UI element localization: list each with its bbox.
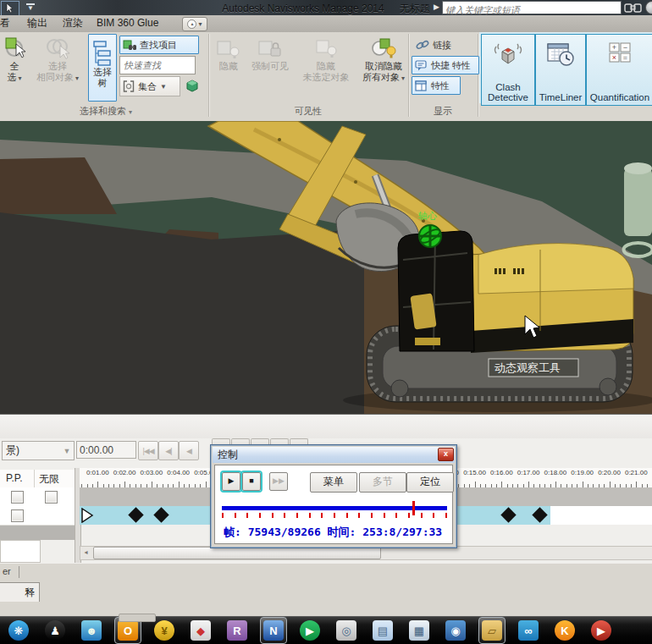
panel-title-partial: er — [3, 566, 11, 576]
tab-render[interactable]: 渲染 — [58, 15, 88, 31]
tab-comments-partial[interactable]: 释 — [0, 582, 40, 602]
explorer-folder-icon-frame[interactable]: ▱ — [478, 617, 506, 644]
dialog-menu-button[interactable]: 菜单 — [310, 472, 357, 493]
find-items-icon — [123, 38, 136, 52]
dialog-stop-button[interactable]: ■ — [242, 472, 261, 491]
taskbar: ❋♟☻O¥◆RN▶◎▤▦◉▱∞K▶ — [0, 616, 652, 644]
dialog-progress-marker[interactable] — [412, 501, 415, 515]
hidden-window-edge[interactable] — [119, 614, 156, 622]
unhide-all-icon — [370, 37, 397, 61]
timeliner-button[interactable]: TimeLiner — [535, 34, 586, 106]
dialog-multi-button[interactable]: 多节 — [359, 472, 406, 493]
select-all-button[interactable]: 全 选 ▾ — [2, 36, 27, 84]
sets-icon — [123, 80, 135, 92]
ruler-tick — [206, 482, 207, 487]
tab-view-partial[interactable]: 看 — [0, 15, 15, 31]
step-back-button[interactable]: ◀| — [158, 441, 179, 460]
outlook-o-icon[interactable]: O — [118, 620, 138, 641]
progress-tick — [235, 513, 236, 518]
ruler-label: 0:04.00 — [167, 469, 190, 476]
dialog-locate-button[interactable]: 定位 — [406, 472, 454, 493]
dropdown-caret-icon: ▼ — [160, 83, 167, 91]
ribbon-minimize-toggle[interactable]: ▴▾ — [182, 17, 207, 31]
sets-manager-button[interactable] — [180, 76, 205, 95]
green-play-icon[interactable]: ▶ — [300, 620, 320, 641]
explorer-folder-icon[interactable]: ▱ — [482, 620, 502, 641]
search-expand-icon[interactable]: ▶ — [434, 3, 439, 11]
dialog-play-button[interactable]: ▶ — [222, 472, 240, 491]
quantification-button[interactable]: + − × = Quantification — [586, 34, 652, 106]
viewport-3d[interactable]: 轴心 动态观察工具 — [0, 121, 652, 414]
chevron-down-icon: ▼ — [60, 447, 74, 455]
links-button[interactable]: 链接 — [413, 37, 478, 52]
navisworks-app-icon-frame[interactable]: N — [260, 617, 287, 644]
infinite-checkbox-row1[interactable] — [45, 491, 58, 504]
unhide-all-button[interactable]: 取消隐藏 所有对象 ▾ — [360, 37, 407, 84]
ruler-tick — [555, 482, 556, 487]
calculator-icon[interactable]: ▦ — [409, 620, 429, 641]
track-start-marker — [80, 508, 94, 523]
sets-button[interactable]: 集合 ▼ — [119, 76, 180, 96]
tree-edit-cell[interactable] — [0, 540, 41, 563]
control-dialog-titlebar[interactable]: 控制 — [213, 447, 455, 463]
progress-tick — [358, 513, 360, 518]
time-value: 253:8/297:33 — [362, 526, 442, 538]
select-same-button[interactable]: 选择 相同对象 ▾ — [30, 36, 85, 84]
magnifier-tool-icon[interactable]: ◎ — [336, 620, 356, 641]
require-button[interactable]: 强制可见 — [248, 37, 292, 72]
play-reverse-button[interactable]: ◀ — [179, 441, 199, 460]
pp-checkbox-row2[interactable] — [11, 509, 24, 522]
dialog-skip-button[interactable]: ▶▶ — [269, 472, 288, 491]
quick-properties-icon — [415, 60, 428, 71]
r-app-icon[interactable]: R — [227, 620, 247, 641]
dropdown-caret-icon: ▾ — [400, 74, 405, 82]
ruler-tick — [528, 482, 529, 487]
qq-penguin-icon[interactable]: ♟ — [45, 620, 65, 641]
help-search-input[interactable] — [443, 5, 626, 15]
navisworks-app-icon[interactable]: N — [263, 620, 284, 641]
pp-checkbox-row1[interactable] — [11, 491, 24, 504]
media-note-icon[interactable]: ◆ — [191, 620, 211, 641]
scene-select-dropdown[interactable]: 景)▼ — [2, 441, 75, 460]
player-orb-icon[interactable]: ▶ — [591, 620, 611, 641]
panel-caption-visibility[interactable]: 可见性 — [208, 105, 408, 118]
tab-output[interactable]: 输出 — [22, 15, 52, 31]
properties-button[interactable]: 特性 — [412, 76, 461, 95]
binoculars-search-icon[interactable] — [624, 1, 643, 14]
orbit-tooltip-text: 动态观察工具 — [495, 361, 561, 374]
control-dialog[interactable]: 控制 x ▶ ■ ▶▶ 菜单 多节 定位 帧: 75943/89266 时间: … — [210, 444, 457, 548]
progress-tick — [296, 513, 298, 518]
chain-app-icon[interactable]: ∞ — [518, 620, 539, 641]
tab-bim360glue[interactable]: BIM 360 Glue — [91, 15, 163, 31]
time-position-field[interactable] — [76, 441, 136, 459]
rewind-button[interactable]: |◀◀ — [138, 441, 158, 460]
kugou-icon[interactable]: K — [555, 620, 575, 641]
file-search-icon[interactable]: ◉ — [445, 620, 466, 641]
messenger-icon[interactable]: ☻ — [81, 620, 102, 641]
clash-detective-button[interactable]: Clash Detective — [481, 34, 535, 106]
selection-tree-button[interactable]: 选择 树 — [88, 34, 117, 102]
ruler-label: 0:02.00 — [113, 469, 136, 476]
timeline-scroll-thumb[interactable] — [93, 547, 381, 559]
document-title: 无标题 — [400, 3, 430, 14]
scroll-left-icon[interactable]: ◂ — [80, 547, 91, 558]
progress-tick — [408, 513, 410, 518]
ruler-tick — [583, 482, 583, 487]
media-orb-icon[interactable]: ❋ — [8, 620, 29, 641]
find-items-button[interactable]: 查找项目 — [119, 36, 199, 54]
panel-caption-select-search[interactable]: 选择和搜索 ▾ — [25, 105, 186, 118]
help-search-box — [442, 1, 622, 14]
notepad-icon[interactable]: ▤ — [373, 620, 393, 641]
quick-properties-button[interactable]: 快捷 特性 — [412, 56, 479, 74]
pivot-sphere — [418, 225, 442, 247]
gold-coin-icon[interactable]: ¥ — [154, 620, 174, 641]
hide-unselected-button[interactable]: 隐藏 未选定对象 — [294, 37, 358, 83]
hide-button[interactable]: 隐藏 — [213, 37, 245, 72]
hide-icon — [216, 37, 241, 61]
panel-caption-display[interactable]: 显示 — [408, 105, 478, 118]
close-icon[interactable]: x — [438, 448, 454, 461]
control-dialog-body: ▶ ■ ▶▶ 菜单 多节 定位 帧: 75943/89266 时间: 253:8… — [214, 465, 453, 544]
progress-tick — [421, 513, 423, 518]
ruler-tick — [179, 482, 180, 487]
progress-tick — [222, 513, 224, 518]
